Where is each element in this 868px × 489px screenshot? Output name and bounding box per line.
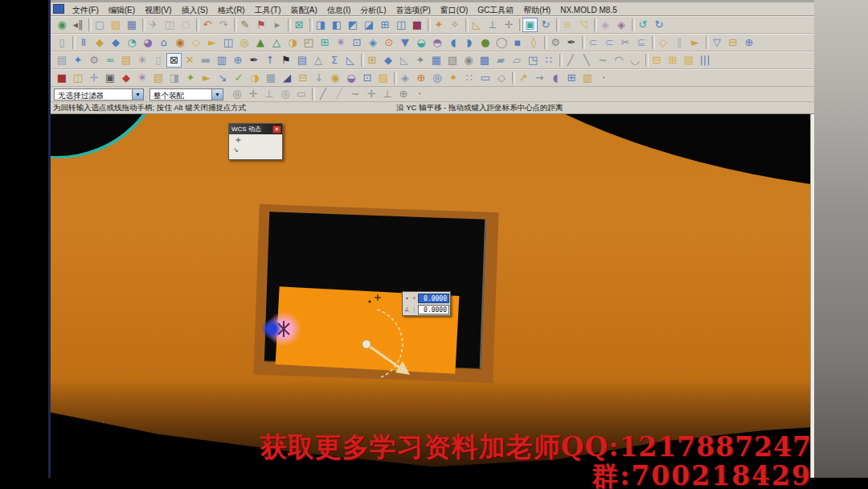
tool-icon[interactable]: ⊞ xyxy=(364,52,380,68)
tool-icon[interactable]: ◇ xyxy=(188,35,204,51)
tool-icon[interactable]: ⚙ xyxy=(547,35,563,51)
tool-icon[interactable]: ◎ xyxy=(277,86,293,102)
tool-icon[interactable]: ▤ xyxy=(54,52,70,68)
tool-icon[interactable]: ▤ xyxy=(681,52,697,68)
tool-icon[interactable]: ▼ xyxy=(397,35,413,51)
tool-icon[interactable]: △ xyxy=(268,35,285,51)
tool-icon[interactable]: ◯ xyxy=(493,35,510,51)
menu-item[interactable]: 帮助(H) xyxy=(518,6,555,14)
tool-icon[interactable]: ✎ xyxy=(237,17,253,33)
tool-icon[interactable]: ◡ xyxy=(627,52,643,68)
menu-item[interactable]: 首选项(P) xyxy=(391,6,436,14)
tool-icon[interactable]: ◕ xyxy=(140,35,156,51)
wcs-dialog-titlebar[interactable]: WCS 动态 ✕ xyxy=(229,124,282,134)
tool-icon[interactable]: ⌂ xyxy=(156,35,172,51)
tool-icon[interactable]: ✦ xyxy=(431,17,447,33)
tool-icon[interactable]: ∼ xyxy=(595,52,611,68)
tool-icon[interactable]: ◹ xyxy=(575,17,592,33)
tool-icon[interactable]: ✛ xyxy=(501,17,517,33)
menu-item[interactable]: 窗口(O) xyxy=(436,6,473,14)
tool-icon[interactable]: ⊞ xyxy=(377,17,393,33)
tool-icon[interactable]: ▭ xyxy=(293,86,309,102)
tool-icon[interactable]: ∷ xyxy=(461,70,477,86)
tool-icon[interactable]: ✧ xyxy=(447,17,463,33)
tool-icon[interactable]: ▯ xyxy=(54,35,70,51)
tool-icon[interactable]: ◢ xyxy=(279,70,295,86)
tool-icon[interactable]: ◫ xyxy=(220,35,236,51)
menu-item[interactable]: 文件(F) xyxy=(68,6,104,14)
tool-icon[interactable]: ∥ xyxy=(671,35,687,51)
tool-icon[interactable]: △ xyxy=(310,52,326,68)
tool-icon[interactable]: ▸ xyxy=(269,17,285,33)
menu-item[interactable]: 信息(I) xyxy=(322,6,355,14)
menu-item[interactable]: 视图(V) xyxy=(140,6,176,14)
tool-icon[interactable]: ◒ xyxy=(413,35,429,51)
tool-icon[interactable]: ╲ xyxy=(579,52,595,68)
save-icon[interactable]: ▦ xyxy=(124,17,140,33)
tool-icon[interactable]: ✛ xyxy=(245,86,261,102)
tool-icon[interactable]: ► xyxy=(687,35,703,51)
tool-icon[interactable]: ▰ xyxy=(493,52,509,68)
chevron-down-icon[interactable]: ▾ xyxy=(211,89,223,100)
tool-icon[interactable]: ⊕ xyxy=(395,86,411,102)
tool-icon[interactable]: ✓ xyxy=(231,70,247,86)
tool-icon[interactable]: ▧ xyxy=(444,52,461,68)
tool-icon[interactable]: ↗ xyxy=(515,70,531,86)
tool-icon[interactable]: ◉ xyxy=(172,35,188,51)
tool-icon[interactable]: ◎ xyxy=(229,86,245,102)
tool-icon[interactable]: ◨ xyxy=(166,70,182,86)
tool-icon[interactable]: ◓ xyxy=(429,35,445,51)
tool-icon[interactable]: ▬ xyxy=(198,52,214,68)
tool-icon[interactable]: ◖ xyxy=(445,35,461,51)
tool-icon[interactable]: ✦ xyxy=(70,52,86,68)
distance-field[interactable]: 0.0000 xyxy=(418,294,449,303)
tool-icon[interactable]: ✛ xyxy=(86,70,102,86)
tool-icon[interactable]: ⊞ xyxy=(665,52,681,68)
tool-icon[interactable]: ◎ xyxy=(236,35,252,51)
tool-icon[interactable]: ▨ xyxy=(375,70,391,86)
tool-icon[interactable]: ▯ xyxy=(150,52,166,68)
tool-icon[interactable]: ⚙ xyxy=(86,52,102,68)
wcs-drag-handle[interactable] xyxy=(366,344,402,369)
tool-icon[interactable]: ► xyxy=(199,70,215,86)
tool-icon[interactable]: ⊙ xyxy=(381,35,397,51)
tool-icon[interactable]: ⊟ xyxy=(295,70,311,86)
tool-icon[interactable]: ◆ xyxy=(92,35,108,51)
menu-item[interactable]: 分析(L) xyxy=(355,6,391,14)
tool-icon[interactable]: ▪ xyxy=(510,35,526,51)
tool-icon[interactable]: ▤ xyxy=(118,52,134,68)
tool-icon[interactable]: · xyxy=(411,86,428,102)
tool-icon[interactable]: ⚑ xyxy=(253,17,269,33)
menu-item[interactable]: GC工具箱 xyxy=(473,6,518,14)
tool-icon[interactable]: ✒ xyxy=(246,52,262,68)
tool-icon[interactable]: ⊟ xyxy=(725,35,741,51)
tool-icon[interactable]: ↻ xyxy=(538,17,554,33)
tool-icon[interactable]: ⊥ xyxy=(485,17,501,33)
menu-item[interactable]: 插入(S) xyxy=(176,6,212,14)
tool-icon[interactable]: ▭ xyxy=(477,70,493,86)
tool-icon[interactable]: ≈ xyxy=(102,52,118,68)
tool-icon[interactable]: ✈ xyxy=(145,17,162,33)
tool-icon[interactable]: Σ xyxy=(326,52,342,68)
tool-icon[interactable]: ◖ xyxy=(547,70,563,86)
tool-icon[interactable]: ↺ xyxy=(635,17,651,33)
wcs-dialog[interactable]: WCS 动态 ✕ ✛ ↘ xyxy=(228,123,283,160)
tool-icon[interactable]: ▥ xyxy=(579,70,596,86)
tool-icon[interactable]: ◇ xyxy=(493,70,510,86)
tool-icon[interactable]: ✳ xyxy=(134,52,150,68)
tool-icon[interactable]: ◩ xyxy=(345,17,361,33)
tool-icon[interactable]: ◫ xyxy=(393,17,409,33)
tool-icon[interactable]: ◨ xyxy=(313,17,329,33)
tool-icon[interactable]: ╱ xyxy=(331,86,347,102)
tool-icon[interactable]: ◗ xyxy=(461,35,477,51)
tool-icon[interactable]: ╱ xyxy=(315,86,331,102)
tool-icon[interactable]: Ⅱ xyxy=(76,35,92,51)
menu-item[interactable]: NX.MOLD M8.5 xyxy=(555,6,622,14)
tool-icon[interactable]: ◊ xyxy=(526,35,542,51)
tool-icon[interactable]: ⊂ xyxy=(585,35,601,51)
tool-icon[interactable]: ◈ xyxy=(597,17,613,33)
tool-icon[interactable]: ◑ xyxy=(247,70,263,86)
tool-icon[interactable]: ⊕ xyxy=(230,52,246,68)
tool-icon[interactable]: ▦ xyxy=(263,70,279,86)
tool-icon[interactable]: ◈ xyxy=(397,70,413,86)
